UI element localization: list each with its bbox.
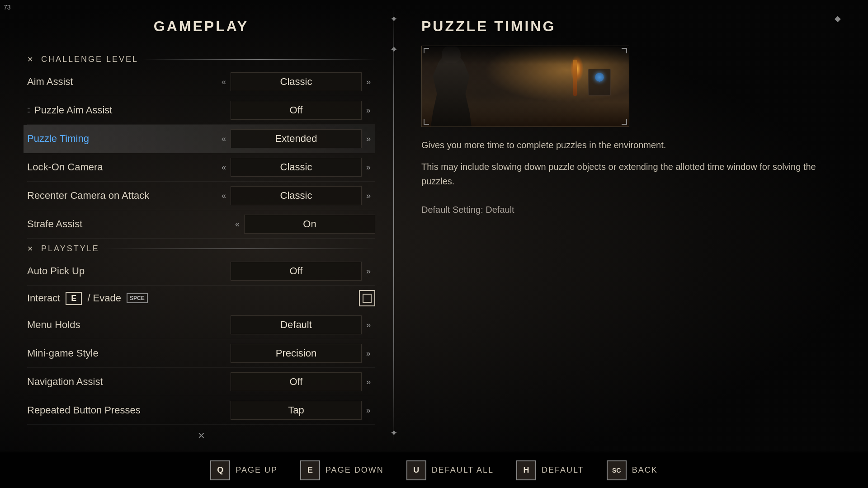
menu-holds-control: Default » [231,315,375,334]
puzzle-timing-row[interactable]: Puzzle Timing « Extended » [24,125,375,153]
challenge-level-line [143,59,375,60]
right-panel: ◆ PUZZLE TIMING Give [394,0,868,452]
mini-game-style-control: Precision » [231,344,375,363]
gameplay-title: GAMEPLAY [27,18,375,35]
challenge-level-icon: ✕ [27,55,33,64]
sub-icon: ⁚⁚ [27,107,31,114]
recenter-camera-control: « Classic » [217,186,375,205]
default-action[interactable]: H DEFAULT [516,460,584,480]
description-line2: This may include slowing down puzzle obj… [421,160,841,188]
detail-default-setting: Default Setting: Default [421,205,841,215]
auto-pickup-row[interactable]: Auto Pick Up Off » [27,257,375,286]
playstyle-text: PLAYSTYLE [37,244,104,253]
fps-counter: 73 [4,4,11,11]
puzzle-aim-assist-label: ⁚⁚ Puzzle Aim Assist [27,104,231,116]
puzzle-timing-control: « Extended » [217,129,375,148]
menu-holds-row[interactable]: Menu Holds Default » [27,311,375,339]
auto-pickup-right-arrow[interactable]: » [362,262,375,281]
default-all-key[interactable]: U [406,460,426,480]
navigation-assist-row[interactable]: Navigation Assist Off » [27,368,375,396]
back-label: BACK [632,465,658,475]
lock-on-camera-row[interactable]: Lock-On Camera « Classic » [27,153,375,182]
detail-title: PUZZLE TIMING [421,18,841,35]
corner-bl [424,119,429,125]
auto-pickup-control: Off » [231,262,375,281]
mini-game-style-row[interactable]: Mini-game Style Precision » [27,339,375,368]
strafe-assist-row[interactable]: Strafe Assist « On [27,210,375,239]
left-panel: GAMEPLAY ✦ ✕ CHALLENGE LEVEL Aim Assist … [0,0,393,452]
default-all-label: DEFAULT ALL [432,465,494,475]
challenge-level-header: ✕ CHALLENGE LEVEL [27,55,375,64]
puzzle-timing-right-arrow[interactable]: » [362,129,375,148]
puzzle-aim-assist-right-arrow[interactable]: » [362,101,375,120]
page-up-label: PAGE UP [236,465,278,475]
aim-assist-control: « Classic » [217,72,375,91]
menu-holds-label: Menu Holds [27,319,231,331]
puzzle-timing-left-arrow[interactable]: « [217,129,231,148]
default-key[interactable]: H [516,460,536,480]
default-all-action[interactable]: U DEFAULT ALL [406,460,494,480]
navigation-assist-value: Off [231,372,362,391]
repeated-button-label: Repeated Button Presses [27,404,231,416]
navigation-assist-right-arrow[interactable]: » [362,372,375,391]
repeated-button-value: Tap [231,401,362,420]
navigation-assist-control: Off » [231,372,375,391]
lock-on-camera-left-arrow[interactable]: « [217,158,231,177]
aim-assist-row[interactable]: Aim Assist « Classic » [27,68,375,96]
svg-rect-0 [363,294,371,302]
interact-label: Interact E / Evade SPCE [27,292,359,305]
interact-square-icon [359,290,375,306]
top-right-ornament: ◆ [835,14,841,23]
repeated-button-right-arrow[interactable]: » [362,401,375,420]
evade-key-spce: SPCE [127,293,148,303]
aim-assist-right-arrow[interactable]: » [362,72,375,91]
repeated-button-row[interactable]: Repeated Button Presses Tap » [27,396,375,425]
lock-on-camera-right-arrow[interactable]: » [362,158,375,177]
torch-stick [573,60,577,96]
playstyle-header: ✕ PLAYSTYLE [27,244,375,253]
detail-image [421,46,629,127]
menu-holds-right-arrow[interactable]: » [362,315,375,334]
recenter-camera-value: Classic [231,186,362,205]
corner-br [622,119,627,125]
puzzle-aim-assist-control: Off » [231,101,375,120]
corner-tl [424,48,429,53]
puzzle-orb [595,73,604,82]
page-up-action[interactable]: Q PAGE UP [210,460,278,480]
description-line1: Gives you more time to complete puzzles … [421,138,841,152]
mini-game-style-value: Precision [231,344,362,363]
interact-key-e: E [66,292,82,305]
repeated-button-control: Tap » [231,401,375,420]
main-container: GAMEPLAY ✦ ✕ CHALLENGE LEVEL Aim Assist … [0,0,868,452]
puzzle-aim-assist-row[interactable]: ⁚⁚ Puzzle Aim Assist Off » [27,96,375,125]
puzzle-object [588,69,611,96]
back-key[interactable]: SC [607,460,627,480]
navigation-assist-label: Navigation Assist [27,376,231,388]
aim-assist-left-arrow[interactable]: « [217,72,231,91]
recenter-camera-left-arrow[interactable]: « [217,186,231,205]
recenter-camera-right-arrow[interactable]: » [362,186,375,205]
bottom-ornament: ✕ [27,430,375,441]
playstyle-icon: ✕ [27,244,33,253]
page-up-key[interactable]: Q [210,460,230,480]
bottom-bar: Q PAGE UP E PAGE DOWN U DEFAULT ALL H DE… [0,452,868,488]
default-label: DEFAULT [542,465,584,475]
aim-assist-value: Classic [231,72,362,91]
panel-divider: ✦ ✦ [393,9,394,443]
strafe-assist-value: On [244,215,375,234]
page-down-key[interactable]: E [300,460,320,480]
aim-assist-label: Aim Assist [27,76,217,88]
recenter-camera-row[interactable]: Recenter Camera on Attack « Classic » [27,182,375,210]
auto-pickup-value: Off [231,262,362,281]
settings-list: Aim Assist « Classic » ⁚⁚ Puzzle Aim Ass… [27,68,375,428]
strafe-assist-control: « On [231,215,375,234]
strafe-assist-left-arrow[interactable]: « [231,215,244,234]
back-action[interactable]: SC BACK [607,460,658,480]
strafe-assist-label: Strafe Assist [27,218,231,230]
puzzle-timing-label: Puzzle Timing [27,133,217,145]
detail-description: Gives you more time to complete puzzles … [421,138,841,196]
challenge-level-text: CHALLENGE LEVEL [37,55,143,64]
page-down-action[interactable]: E PAGE DOWN [300,460,384,480]
lock-on-camera-label: Lock-On Camera [27,161,217,173]
mini-game-style-right-arrow[interactable]: » [362,344,375,363]
